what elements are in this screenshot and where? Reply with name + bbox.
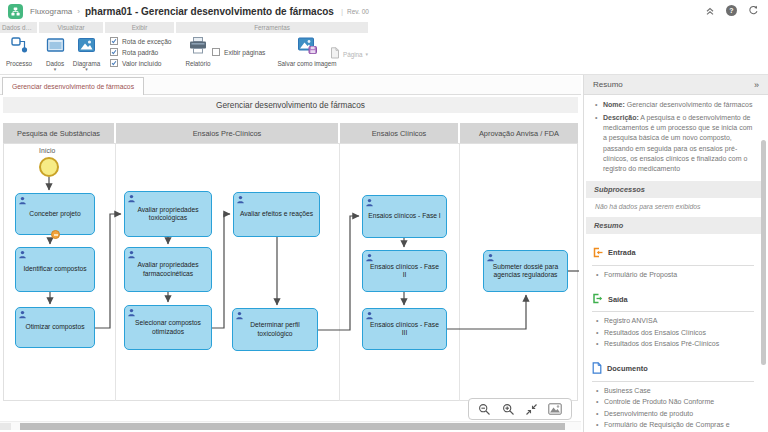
lane-divider bbox=[459, 143, 460, 401]
task-ensaios-clinicos-fase-3[interactable]: Ensaios clínicos - Fase III bbox=[362, 308, 447, 350]
resumo-section-header: Resumo bbox=[586, 217, 766, 234]
task-label: Conceber projeto bbox=[29, 210, 80, 218]
chevron-down-icon: ▾ bbox=[366, 52, 369, 56]
task-label: Avaliar efeitos e reações bbox=[240, 210, 313, 218]
checkbox-label: Valor incluído bbox=[122, 60, 161, 67]
horizontal-scrollbar bbox=[0, 421, 581, 430]
checkbox-valor-inclu-do[interactable]: Valor incluído bbox=[110, 59, 174, 67]
summary-panel-content: Nome: Gerenciar desenvolvimento de fárma… bbox=[584, 95, 768, 432]
zoom-toolbar bbox=[468, 398, 572, 420]
fit-screen-button[interactable] bbox=[524, 401, 540, 417]
task-identificar-compostos[interactable]: Identificar compostos bbox=[15, 247, 95, 292]
task-determinar-perfil-toxicologico[interactable]: Determinar perfil toxicológico bbox=[232, 308, 318, 351]
task-label: Avaliar propriedades farmacocinéticas bbox=[130, 261, 206, 277]
role-person-icon bbox=[486, 253, 495, 262]
breadcrumb[interactable]: Fluxograma bbox=[30, 7, 72, 16]
list-item: Formulário de Proposta bbox=[592, 270, 754, 281]
panel-collapse-icon[interactable]: » bbox=[754, 80, 759, 90]
task-ensaios-clinicos-fase-2[interactable]: Ensaios clínicos - Fase II bbox=[362, 250, 447, 292]
section-heading-documento: Documento bbox=[592, 360, 754, 382]
property-descricao: Descrição: A pesquisa e o desenvolviment… bbox=[592, 113, 754, 174]
output-arrow-icon bbox=[592, 290, 603, 308]
lane-header-4: Aprovação Anvisa / FDA bbox=[460, 123, 578, 143]
collapse-ribbon-icon[interactable] bbox=[703, 4, 716, 17]
property-nome: Nome: Gerenciar desenvolvimento de fárma… bbox=[592, 100, 754, 110]
lane-header-1: Pesquisa de Substâncias bbox=[3, 123, 114, 143]
list-item: Registro ANVISA bbox=[592, 316, 754, 327]
role-person-icon bbox=[127, 194, 136, 203]
page-icon bbox=[330, 45, 340, 63]
task-label: Avaliar propriedades toxicológicas bbox=[130, 206, 206, 222]
list-item: Resultados dos Ensaios Pré-Clínicos bbox=[592, 339, 754, 350]
section-heading-entrada: Entrada bbox=[592, 244, 754, 266]
pagina-button: Página ▾ bbox=[330, 45, 368, 63]
task-label: Ensaios clínicos - Fase II bbox=[368, 263, 441, 279]
processo-button[interactable]: Processo bbox=[3, 36, 35, 67]
task-conceber-projeto[interactable]: Conceber projeto bbox=[15, 193, 95, 235]
diagram-title: Gerenciar desenvolvimento de fármacos bbox=[3, 97, 578, 113]
process-properties: Nome: Gerenciar desenvolvimento de fárma… bbox=[592, 100, 754, 174]
section-items: Business CaseControle de Produto Não Con… bbox=[592, 386, 754, 432]
task-avaliar-propriedades-farmacocineticas[interactable]: Avaliar propriedades farmacocinéticas bbox=[124, 247, 212, 292]
message-marker-icon bbox=[51, 230, 60, 239]
checkbox-rota-padr-o[interactable]: Rota padrão bbox=[110, 48, 174, 56]
subprocessos-section-header: Subprocessos bbox=[586, 181, 766, 198]
scroll-left-button[interactable] bbox=[0, 423, 11, 430]
exibir-checkbox-group: Rota de exceçãoRota padrãoValor incluído bbox=[105, 33, 174, 74]
exibir-paginas-checkbox[interactable]: Exibir páginas bbox=[212, 48, 265, 56]
ribbon-group-label: Ferramentas bbox=[176, 22, 368, 33]
start-event[interactable] bbox=[39, 157, 59, 177]
relatorio-button[interactable]: Relatório bbox=[180, 36, 216, 67]
checkbox-box[interactable] bbox=[110, 59, 118, 67]
role-person-icon bbox=[235, 311, 244, 320]
checkbox-rota-de-exce-o[interactable]: Rota de exceção bbox=[110, 37, 174, 45]
save-image-icon bbox=[297, 36, 318, 59]
checkbox-label: Rota padrão bbox=[122, 49, 158, 56]
role-person-icon bbox=[236, 195, 245, 204]
role-person-icon bbox=[18, 250, 27, 259]
section-title: Documento bbox=[607, 364, 648, 373]
lane-divider bbox=[115, 143, 116, 401]
task-label: Selecionar compostos otimizados bbox=[130, 319, 206, 335]
diagram-image-icon bbox=[77, 36, 96, 59]
section-title: Saída bbox=[608, 295, 628, 304]
diagrama-button[interactable]: Diagrama ▾ bbox=[71, 36, 102, 71]
checkbox-box[interactable] bbox=[110, 37, 118, 45]
role-person-icon bbox=[365, 311, 374, 320]
pagina-button-label: Página bbox=[343, 51, 363, 58]
export-image-button[interactable] bbox=[547, 401, 563, 417]
task-submeter-dossie[interactable]: Submeter dossiê para agencias reguladora… bbox=[483, 250, 568, 292]
revision-badge: Rev. 00 bbox=[347, 8, 369, 15]
task-avaliar-propriedades-toxicologicas[interactable]: Avaliar propriedades toxicológicas bbox=[124, 191, 212, 237]
task-label: Otimizar compostos bbox=[25, 323, 84, 331]
refresh-icon[interactable] bbox=[747, 4, 760, 17]
salvar-como-imagem-button-label: Salvar como imagem bbox=[277, 60, 336, 67]
zoom-in-button[interactable] bbox=[500, 401, 516, 417]
checkbox-box[interactable] bbox=[212, 48, 220, 56]
processo-button-label: Processo bbox=[6, 60, 32, 67]
task-avaliar-efeitos-reacoes[interactable]: Avaliar efeitos e reações bbox=[233, 192, 320, 237]
help-icon[interactable]: ? bbox=[725, 4, 738, 17]
horizontal-scrollbar-thumb[interactable] bbox=[20, 423, 565, 430]
list-item: Resultados dos Ensaios Clínicos bbox=[592, 328, 754, 339]
section-items: Formulário de Proposta bbox=[592, 270, 754, 281]
panel-scrollbar-thumb[interactable] bbox=[761, 140, 766, 365]
salvar-como-imagem-button[interactable]: Salvar como imagem bbox=[276, 36, 338, 67]
dados-button[interactable]: Dados ▾ bbox=[40, 36, 70, 71]
list-item: Business Case bbox=[592, 386, 754, 397]
tab-gerenciar-desenvolvimento[interactable]: Gerenciar desenvolvimento de fármacos bbox=[2, 77, 144, 95]
checkbox-box[interactable] bbox=[110, 48, 118, 56]
task-label: Submeter dossiê para agencias reguladora… bbox=[489, 263, 562, 279]
document-icon bbox=[592, 360, 602, 378]
zoom-out-button[interactable] bbox=[477, 401, 493, 417]
section-heading-sa-da: Saída bbox=[592, 290, 754, 312]
summary-panel-title: Resumo bbox=[593, 80, 623, 89]
task-otimizar-compostos[interactable]: Otimizar compostos bbox=[15, 307, 95, 348]
task-selecionar-compostos-otimizados[interactable]: Selecionar compostos otimizados bbox=[124, 305, 212, 350]
list-item: Formulário de Requisição de Compras e Se… bbox=[592, 420, 754, 432]
task-ensaios-clinicos-fase-1[interactable]: Ensaios clínicos - Fase I bbox=[362, 195, 447, 238]
section-items: Registro ANVISAResultados dos Ensaios Cl… bbox=[592, 316, 754, 350]
lane-divider bbox=[339, 143, 340, 401]
checkbox-label: Exibir páginas bbox=[224, 49, 265, 56]
app-logo-icon bbox=[8, 4, 23, 19]
